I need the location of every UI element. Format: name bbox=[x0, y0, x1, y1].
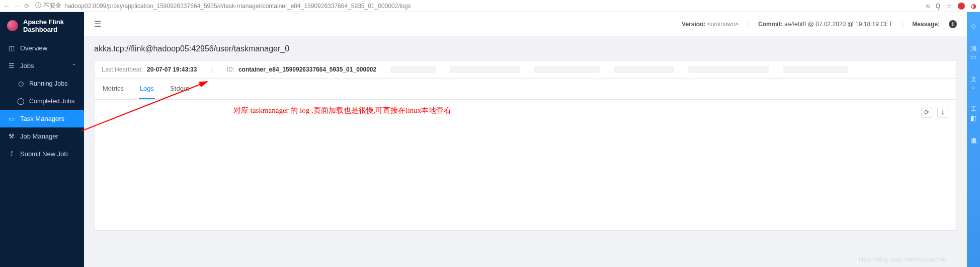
extension-icon[interactable]: ◑ bbox=[971, 3, 976, 10]
version-info: Version: <unknown> bbox=[682, 21, 739, 28]
edge-item-4[interactable]: 通讯 bbox=[970, 133, 977, 135]
schedule-icon: ▭ bbox=[8, 115, 15, 122]
info-icon: ⓘ bbox=[35, 2, 41, 10]
edge-item-1[interactable]: 消 bbox=[970, 41, 977, 42]
id-value: container_e84_1590926337664_5935_01_0000… bbox=[238, 66, 376, 73]
bars-icon: ☰ bbox=[8, 62, 15, 70]
edge-chat-icon[interactable]: ◧ bbox=[970, 114, 976, 122]
edge-item-2[interactable]: 文 bbox=[970, 72, 977, 73]
sidebar-item-job-manager[interactable]: ⚒ Job Manager bbox=[0, 127, 84, 145]
tab-metrics[interactable]: Metrics bbox=[102, 79, 125, 99]
browser-chrome: ← → ⟳ ⓘ 不安全 hadoop02:8099/proxy/applicat… bbox=[0, 0, 980, 12]
upload-icon: ⤴ bbox=[8, 150, 15, 158]
watermark: https://blog.csdn.net/lingszaizheli bbox=[859, 256, 947, 263]
star-icon[interactable]: ☆ bbox=[946, 3, 952, 10]
redacted-block bbox=[688, 66, 769, 73]
redacted-block bbox=[614, 66, 674, 73]
main-content: ☰ Version: <unknown> | Commit: aa4eb8f @… bbox=[84, 12, 967, 267]
annotation-text: 对应 taskmanager 的 log ,页面加载也是很慢,可直接在linux… bbox=[233, 106, 451, 115]
page-title: akka.tcp://flink@hadoop05:42956/user/tas… bbox=[94, 44, 957, 53]
tab-logs[interactable]: Logs bbox=[139, 79, 155, 99]
sidebar-item-overview[interactable]: ◫ Overview bbox=[0, 39, 84, 57]
search-icon[interactable]: Q bbox=[936, 3, 940, 10]
redacted-block bbox=[450, 66, 520, 73]
nav-reload-icon[interactable]: ⟳ bbox=[24, 3, 29, 10]
sidebar-item-submit-job[interactable]: ⤴ Submit New Job bbox=[0, 145, 84, 163]
nav-forward-icon[interactable]: → bbox=[14, 3, 20, 10]
build-icon: ⚒ bbox=[8, 132, 15, 140]
profile-icon[interactable] bbox=[958, 3, 965, 10]
menu-collapse-icon[interactable]: ☰ bbox=[94, 19, 101, 29]
translate-icon[interactable]: ⎋ bbox=[926, 3, 930, 10]
heartbeat-value: 20-07-07 19:43:33 bbox=[147, 66, 197, 73]
download-button[interactable]: ⤓ bbox=[937, 107, 948, 118]
heartbeat-label: Last Heartbeat: bbox=[102, 66, 143, 73]
edge-bookmark-icon[interactable]: ◇ bbox=[971, 22, 976, 30]
sidebar-item-jobs[interactable]: ☰ Jobs ⌃ bbox=[0, 57, 84, 75]
right-edge-toolbar: ◇ 消 ▭ 文 ▫ 工 ◧ 通讯 bbox=[967, 12, 980, 267]
spinner-icon: ◷ bbox=[17, 80, 24, 87]
chevron-up-icon: ⌃ bbox=[72, 63, 76, 69]
sidebar-item-task-managers[interactable]: ▭ Task Managers bbox=[0, 110, 84, 127]
topbar: ☰ Version: <unknown> | Commit: aa4eb8f @… bbox=[84, 12, 967, 36]
insecure-badge: ⓘ 不安全 bbox=[35, 2, 61, 10]
edge-tool-icon[interactable]: ▫ bbox=[972, 84, 975, 91]
redacted-block bbox=[390, 66, 436, 73]
message-info: Message: bbox=[912, 21, 940, 28]
flink-logo-icon bbox=[7, 20, 18, 31]
sidebar-item-completed-jobs[interactable]: ◯ Completed Jobs bbox=[0, 92, 84, 110]
edge-item-3[interactable]: 工 bbox=[970, 102, 977, 103]
redacted-block bbox=[534, 66, 600, 73]
reload-button[interactable]: ⟳ bbox=[921, 107, 932, 118]
tab-stdout[interactable]: Stdout bbox=[169, 79, 190, 99]
tabs: Metrics Logs Stdout bbox=[94, 79, 957, 100]
app-logo-title: Apache Flink Dashboard bbox=[0, 12, 84, 39]
check-icon: ◯ bbox=[17, 97, 24, 105]
task-info-row: Last Heartbeat: 20-07-07 19:43:33 | ID: … bbox=[94, 60, 957, 79]
url-text[interactable]: hadoop02:8099/proxy/application_15909263… bbox=[64, 3, 411, 10]
id-label: ID: bbox=[227, 66, 234, 73]
edge-doc-icon[interactable]: ▭ bbox=[970, 53, 976, 60]
sidebar-item-running-jobs[interactable]: ◷ Running Jobs bbox=[0, 75, 84, 92]
commit-info: Commit: aa4eb8f @ 07.02.2020 @ 19:18:19 … bbox=[758, 21, 892, 28]
nav-back-icon[interactable]: ← bbox=[4, 3, 10, 10]
sidebar: Apache Flink Dashboard ◫ Overview ☰ Jobs… bbox=[0, 12, 84, 267]
dashboard-icon: ◫ bbox=[8, 44, 15, 52]
log-panel: 对应 taskmanager 的 log ,页面加载也是很慢,可直接在linux… bbox=[94, 100, 957, 231]
info-badge-icon[interactable]: i bbox=[949, 20, 957, 28]
redacted-block bbox=[783, 66, 848, 73]
